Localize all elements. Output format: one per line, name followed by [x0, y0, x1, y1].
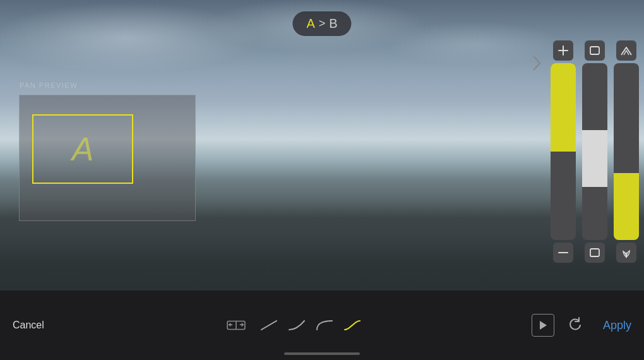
chevron-right-icon[interactable]: [533, 54, 542, 72]
pan-preview-frame-a: A: [32, 114, 133, 184]
slider1-top-icon[interactable]: [553, 40, 573, 61]
apply-button[interactable]: Apply: [587, 319, 631, 332]
slider-3[interactable]: [614, 63, 639, 240]
cancel-button[interactable]: Cancel: [13, 320, 57, 331]
linear-tool[interactable]: [258, 314, 280, 337]
pan-preview-label: PAN PREVIEW: [20, 81, 78, 89]
tools-right: [532, 314, 587, 337]
frame-a-letter: A: [72, 130, 94, 168]
slider3-fill: [614, 173, 639, 240]
slider3-top-icon[interactable]: [616, 40, 636, 61]
slider2-top-icon[interactable]: [585, 40, 605, 61]
pan-preview-box: PAN PREVIEW A: [19, 95, 196, 221]
curve1-tool[interactable]: [285, 314, 308, 337]
svg-rect-3: [590, 47, 599, 54]
split-tool-icon[interactable]: [225, 316, 247, 334]
b-label: B: [329, 16, 337, 31]
slider-2[interactable]: [582, 63, 607, 240]
svg-marker-15: [540, 321, 547, 330]
slider-1[interactable]: [551, 63, 576, 240]
sliders-panel: [533, 63, 639, 240]
play-button[interactable]: [532, 314, 554, 337]
slider3-bottom-icon[interactable]: [616, 243, 636, 263]
curve2-tool[interactable]: [313, 314, 336, 337]
s-curve-tool[interactable]: [341, 314, 364, 337]
ab-comparison-label[interactable]: A > B: [292, 11, 351, 36]
app: A > B PAN PREVIEW A: [0, 0, 644, 360]
bottom-toolbar: Cancel: [0, 291, 644, 360]
slider1-bottom-icon[interactable]: [553, 243, 573, 263]
tools-center: [57, 314, 532, 337]
scroll-indicator: [284, 352, 360, 355]
slider2-fill: [582, 130, 607, 187]
a-label: A: [306, 16, 314, 31]
svg-line-14: [261, 321, 277, 330]
arrow-label: >: [319, 17, 326, 30]
undo-button[interactable]: [564, 314, 587, 337]
svg-rect-4: [590, 249, 599, 256]
slider2-bottom-icon[interactable]: [585, 243, 605, 263]
slider1-fill: [551, 63, 576, 152]
